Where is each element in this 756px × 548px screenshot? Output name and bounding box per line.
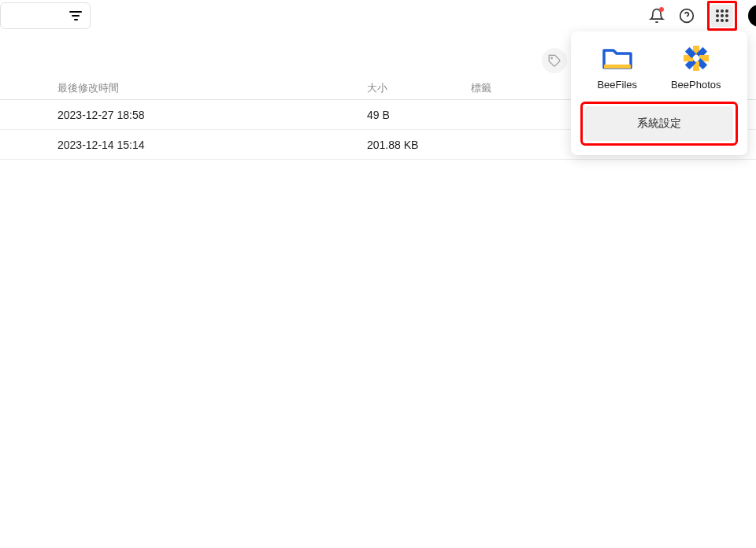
app-beefiles[interactable]: BeeFiles (597, 44, 637, 91)
notification-button[interactable] (647, 6, 666, 25)
svg-point-2 (551, 57, 553, 59)
app-beephotos[interactable]: BeePhotos (671, 44, 721, 91)
app-label: BeeFiles (597, 79, 637, 91)
apps-grid-icon (716, 9, 728, 22)
header-size[interactable]: 大小 (367, 81, 471, 95)
cell-size: 201.88 KB (367, 139, 471, 151)
settings-button-highlight: 系統設定 (580, 102, 738, 146)
filter-icon (69, 11, 82, 20)
tag-button[interactable] (542, 48, 567, 73)
top-right-icons (647, 1, 756, 31)
apps-popover: BeeFiles BeePhotos (571, 31, 747, 155)
beephotos-icon (680, 44, 712, 72)
system-settings-button[interactable]: 系統設定 (585, 106, 733, 141)
app-label: BeePhotos (671, 79, 721, 91)
apps-button[interactable] (711, 5, 733, 27)
cell-modified: 2023-12-14 15:14 (0, 139, 367, 151)
settings-label: 系統設定 (637, 117, 681, 131)
top-bar (0, 0, 756, 31)
apps-button-highlight (707, 1, 737, 31)
header-modified[interactable]: 最後修改時間 (0, 81, 367, 95)
apps-row: BeeFiles BeePhotos (580, 44, 738, 91)
avatar[interactable] (748, 5, 756, 27)
cell-modified: 2023-12-27 18:58 (0, 109, 367, 121)
help-icon (679, 8, 695, 24)
help-button[interactable] (677, 6, 696, 25)
beefiles-icon (602, 44, 633, 72)
svg-rect-3 (604, 65, 631, 68)
search-filter-box[interactable] (0, 2, 91, 29)
notification-dot (659, 7, 664, 12)
tag-icon (547, 54, 561, 68)
cell-size: 49 B (367, 109, 471, 121)
